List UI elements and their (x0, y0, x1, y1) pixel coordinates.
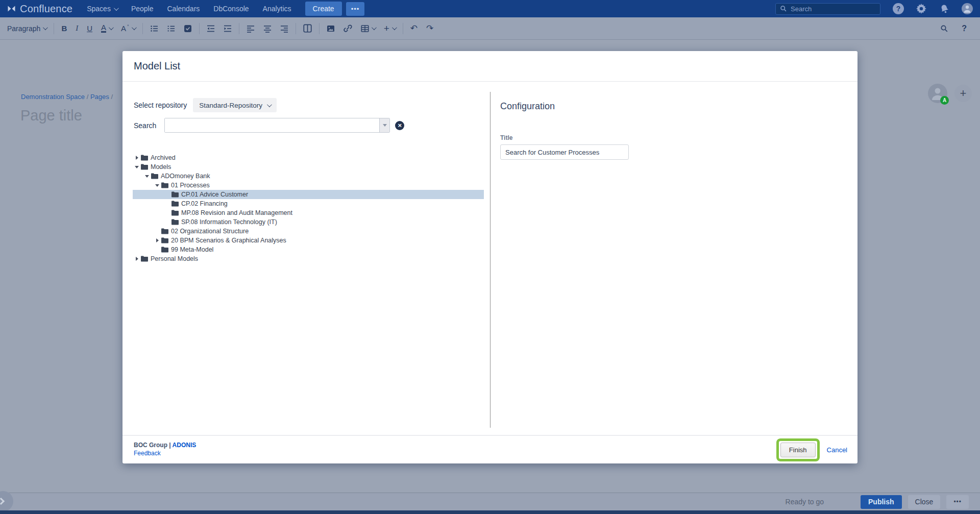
feedback-link[interactable]: Feedback (134, 450, 161, 457)
finish-button[interactable]: Finish (780, 443, 816, 457)
tree-item[interactable]: CP.01 Advice Customer (133, 190, 484, 199)
model-search-input[interactable] (165, 118, 379, 132)
numbered-list-icon[interactable] (167, 25, 175, 33)
clear-search-button[interactable]: × (395, 121, 404, 130)
tree-item[interactable]: 99 Meta-Model (133, 245, 484, 254)
tree-item-label: Personal Models (151, 255, 198, 262)
nav-item-calendars[interactable]: Calendars (167, 5, 200, 13)
save-status-text: Ready to go (786, 498, 824, 506)
bell-icon[interactable] (939, 3, 950, 14)
nav-avatar-icon[interactable] (962, 3, 973, 14)
model-search-row: Search × (134, 118, 404, 133)
page-title-placeholder[interactable]: Page title (20, 107, 82, 124)
folder-icon (141, 155, 148, 161)
tree-item[interactable]: 01 Processes (133, 181, 484, 190)
breadcrumb-space-link[interactable]: Demonstration Space (21, 93, 85, 101)
publish-button[interactable]: Publish (861, 495, 902, 509)
create-button[interactable]: Create (305, 2, 342, 16)
underline-button[interactable]: U (87, 24, 92, 33)
panel-divider (490, 92, 491, 428)
brand-text: BOC Group (134, 442, 167, 449)
close-button[interactable]: Close (908, 495, 941, 509)
gear-icon[interactable] (916, 3, 927, 14)
tree-item[interactable]: Personal Models (133, 254, 484, 263)
nav-item-dbconsole[interactable]: DbConsole (213, 5, 249, 13)
folder-icon (172, 201, 179, 207)
text-color-dropdown[interactable]: A (101, 24, 112, 33)
outdent-icon[interactable] (207, 25, 215, 33)
editor-search-icon[interactable] (940, 25, 948, 33)
nav-more-button[interactable]: ••• (346, 2, 365, 16)
model-search-label: Search (134, 121, 156, 130)
tree-item[interactable]: Archived (133, 153, 484, 162)
tree-item[interactable]: SP.08 Information Technology (IT) (133, 217, 484, 227)
cancel-link[interactable]: Cancel (827, 446, 847, 454)
chevron-down-icon (114, 6, 119, 11)
align-center-icon[interactable] (263, 25, 272, 33)
tree-item[interactable]: ADOmoney Bank (133, 172, 484, 181)
more-formatting-dropdown[interactable]: A° (121, 24, 135, 33)
tree-item-label: MP.08 Revision and Audit Management (181, 209, 292, 216)
page-layout-icon[interactable] (303, 24, 312, 33)
brand-line: BOC Group | ADONIS (134, 442, 196, 450)
tree-item[interactable]: CP.02 Financing (133, 199, 484, 208)
folder-icon (172, 210, 179, 216)
nav-search-input[interactable] (791, 5, 867, 13)
folder-icon (161, 237, 168, 243)
statusbar-more-button[interactable]: ••• (946, 495, 969, 509)
task-list-icon[interactable] (184, 25, 192, 33)
folder-icon (141, 164, 148, 170)
help-icon[interactable]: ? (893, 3, 904, 14)
insert-plus-dropdown[interactable]: + (384, 25, 396, 32)
search-dropdown-button[interactable] (379, 118, 389, 132)
tree-item[interactable]: 20 BPM Scenarios & Graphical Analyses (133, 236, 484, 245)
insert-link-icon[interactable] (344, 24, 352, 33)
confluence-logo-icon (7, 5, 16, 13)
avatar[interactable]: A (928, 84, 947, 103)
align-left-icon[interactable] (247, 25, 255, 33)
nav-item-people[interactable]: People (131, 5, 154, 13)
chevron-down-icon (372, 25, 377, 30)
tree-expand-arrow-icon[interactable] (133, 257, 141, 261)
insert-table-dropdown[interactable] (361, 25, 375, 33)
indent-icon[interactable] (224, 25, 232, 33)
undo-icon[interactable]: ↶ (410, 23, 418, 34)
tree-collapse-arrow-icon[interactable] (153, 184, 161, 187)
add-page-button[interactable]: + (954, 85, 972, 102)
dialog-footer: BOC Group | ADONIS Feedback Finish Cance… (122, 435, 857, 463)
insert-image-icon[interactable] (327, 25, 335, 33)
tree-collapse-arrow-icon[interactable] (133, 166, 141, 168)
text-color-icon: A (101, 24, 106, 33)
italic-button[interactable]: I (76, 24, 78, 33)
tree-item[interactable]: Models (133, 162, 484, 172)
nav-search-box[interactable] (775, 3, 880, 15)
configuration-panel: Configuration Title (500, 92, 629, 160)
tree-item[interactable]: MP.08 Revision and Audit Management (133, 208, 484, 217)
repository-select[interactable]: Standard-Repository (193, 98, 277, 112)
tree-item-label: 99 Meta-Model (171, 246, 213, 253)
model-search-box (164, 118, 390, 133)
tree-item-label: CP.02 Financing (181, 200, 228, 207)
bold-button[interactable]: B (61, 24, 67, 33)
tree-item-label: ADOmoney Bank (161, 173, 210, 180)
nav-item-spaces[interactable]: Spaces (87, 5, 117, 13)
paragraph-style-dropdown[interactable]: Paragraph (7, 25, 46, 33)
tree-collapse-arrow-icon[interactable] (143, 175, 151, 178)
chevron-down-icon (43, 25, 48, 30)
tree-expand-arrow-icon[interactable] (133, 156, 141, 160)
editor-toolbar: Paragraph B I U A A° (0, 17, 980, 40)
nav-item-analytics[interactable]: Analytics (263, 5, 291, 13)
paragraph-style-label: Paragraph (7, 25, 40, 33)
folder-icon (161, 228, 168, 234)
breadcrumb-pages-link[interactable]: Pages (90, 93, 109, 101)
align-right-icon[interactable] (280, 25, 288, 33)
screen: Confluence SpacesPeopleCalendarsDbConsol… (0, 0, 980, 514)
title-field[interactable] (500, 144, 629, 160)
confluence-logo[interactable]: Confluence (7, 3, 72, 15)
redo-icon[interactable]: ↷ (426, 23, 433, 34)
bullet-list-icon[interactable] (150, 25, 158, 33)
tree-item[interactable]: 02 Organizational Structure (133, 227, 484, 236)
tree-expand-arrow-icon[interactable] (153, 238, 161, 242)
adonis-link[interactable]: ADONIS (173, 442, 197, 449)
editor-help-icon[interactable]: ? (962, 24, 967, 33)
